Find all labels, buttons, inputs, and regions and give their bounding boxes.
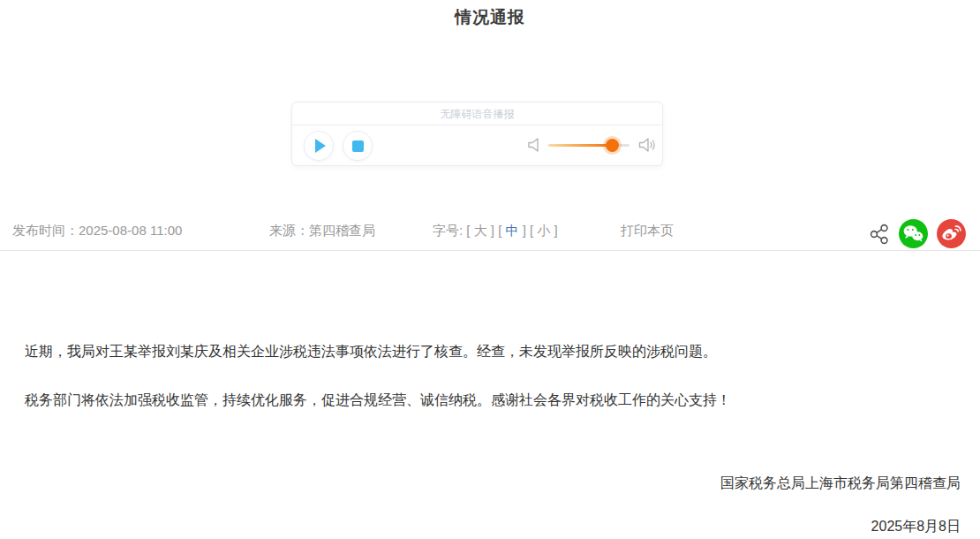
article-signature: 国家税务总局上海市税务局第四稽查局	[720, 474, 961, 493]
weibo-icon[interactable]	[937, 219, 966, 248]
volume-handle[interactable]	[606, 139, 619, 152]
fontsize-large-label: 大	[474, 223, 487, 238]
wechat-icon[interactable]	[899, 219, 928, 248]
publish-time: 发布时间：2025-08-08 11:00	[12, 223, 182, 239]
publish-time-label: 发布时间：	[12, 223, 79, 238]
page: 情况通报 无障碍语音播报 发布时间：20	[0, 0, 980, 539]
fontsize-label: 字号:	[433, 223, 463, 238]
source-label: 来源：	[269, 223, 309, 238]
fontsize-switcher: 字号: [ 大 ] [ 中 ] [ 小 ]	[433, 223, 558, 239]
fontsize-small-button[interactable]: [ 小 ]	[530, 223, 558, 238]
source-value: 第四稽查局	[309, 223, 375, 238]
source: 来源：第四稽查局	[269, 223, 375, 239]
audio-player-label: 无障碍语音播报	[292, 102, 662, 125]
article-paragraph-2: 税务部门将依法加强税收监管，持续优化服务，促进合规经营、诚信纳税。感谢社会各界对…	[25, 390, 959, 411]
print-page-button[interactable]: 打印本页	[621, 223, 674, 239]
audio-player: 无障碍语音播报	[291, 102, 663, 166]
volume-slider[interactable]	[548, 144, 629, 147]
volume-fill	[548, 144, 612, 147]
fontsize-small-label: 小	[537, 223, 550, 238]
content-divider	[0, 250, 980, 251]
page-title: 情况通报	[0, 6, 980, 29]
fontsize-medium-label: 中	[506, 223, 519, 238]
article-meta-bar: 发布时间：2025-08-08 11:00 来源：第四稽查局 字号: [ 大 ]…	[0, 219, 980, 247]
article-date: 2025年8月8日	[871, 518, 961, 536]
fontsize-medium-button[interactable]: [ 中 ]	[498, 223, 526, 238]
fontsize-large-button[interactable]: [ 大 ]	[466, 223, 494, 238]
share-nodes-icon[interactable]	[869, 223, 890, 246]
play-icon	[315, 139, 326, 153]
publish-time-value: 2025-08-08 11:00	[79, 223, 182, 238]
volume-low-icon	[527, 137, 541, 153]
article-paragraph-1: 近期，我局对王某举报刘某庆及相关企业涉税违法事项依法进行了核查。经查，未发现举报…	[25, 341, 959, 362]
stop-button[interactable]	[343, 131, 373, 161]
play-button[interactable]	[304, 131, 334, 161]
share-buttons	[869, 219, 966, 248]
stop-icon	[352, 140, 364, 152]
volume-high-icon	[638, 137, 658, 153]
audio-player-controls	[292, 125, 662, 166]
